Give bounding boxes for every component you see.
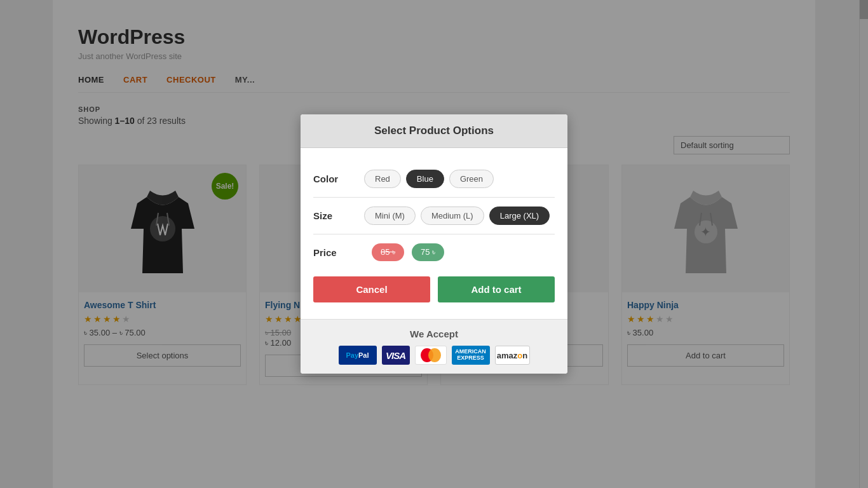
price-row: Price 85 ৳ 75 ৳ bbox=[313, 234, 555, 270]
payment-icons: PayPal VISA AMERICANEXPRESS amazon bbox=[313, 346, 555, 365]
visa-icon: VISA bbox=[382, 346, 410, 365]
modal-actions: Cancel Add to cart bbox=[313, 270, 555, 306]
cancel-button[interactable]: Cancel bbox=[313, 276, 430, 302]
color-label: Color bbox=[313, 170, 364, 184]
size-medium-btn[interactable]: Medium (L) bbox=[421, 207, 484, 225]
size-label: Size bbox=[313, 207, 364, 221]
we-accept-label: We Accept bbox=[313, 329, 555, 339]
size-option-row: Size Mini (M) Medium (L) Large (XL) bbox=[313, 198, 555, 234]
size-values: Mini (M) Medium (L) Large (XL) bbox=[364, 207, 550, 225]
paypal-icon: PayPal bbox=[339, 346, 377, 365]
price-label: Price bbox=[313, 247, 364, 258]
modal-body: Color Red Blue Green Size Mini (M) Mediu… bbox=[301, 148, 567, 319]
amex-icon: AMERICANEXPRESS bbox=[452, 346, 490, 365]
color-option-row: Color Red Blue Green bbox=[313, 161, 555, 198]
size-mini-btn[interactable]: Mini (M) bbox=[364, 207, 416, 225]
product-options-modal: Select Product Options Color Red Blue Gr… bbox=[301, 114, 567, 374]
mastercard-icon bbox=[415, 346, 447, 365]
color-blue-btn[interactable]: Blue bbox=[406, 170, 444, 188]
color-values: Red Blue Green bbox=[364, 170, 494, 188]
modal-price-new: 75 ৳ bbox=[412, 243, 444, 261]
modal-footer: We Accept PayPal VISA AMERICANEXPRESS bbox=[301, 319, 567, 374]
modal-price-old: 85 ৳ bbox=[372, 243, 404, 261]
color-red-btn[interactable]: Red bbox=[364, 170, 401, 188]
color-green-btn[interactable]: Green bbox=[449, 170, 494, 188]
modal-header: Select Product Options bbox=[301, 114, 567, 148]
modal-add-to-cart-button[interactable]: Add to cart bbox=[438, 276, 555, 302]
modal-overlay[interactable]: Select Product Options Color Red Blue Gr… bbox=[0, 0, 868, 488]
size-large-btn[interactable]: Large (XL) bbox=[489, 207, 550, 225]
amazon-icon: amazon bbox=[495, 346, 530, 365]
